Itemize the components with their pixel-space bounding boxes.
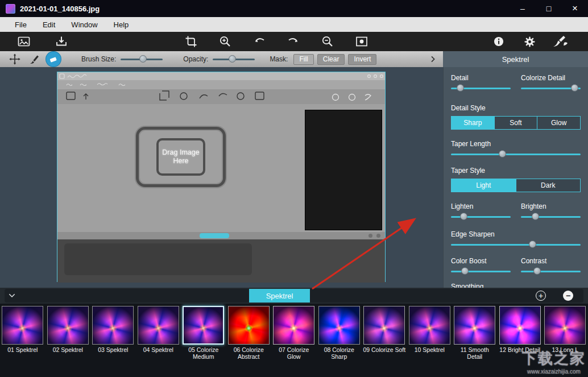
zoom-in-icon — [218, 35, 232, 48]
remove-preset-button[interactable]: − — [563, 291, 573, 301]
info-button[interactable] — [490, 33, 507, 50]
preset-thumbnail-07[interactable]: 07 Colorize Glow — [271, 304, 317, 377]
preset-thumbnail-label: 13 Long L — [543, 346, 588, 353]
menu-window[interactable]: Window — [63, 17, 105, 32]
detail-style-sharp-button[interactable]: Sharp — [452, 117, 495, 129]
slider-knob[interactable] — [229, 55, 236, 63]
detail-style-glow-button[interactable]: Glow — [537, 117, 580, 129]
chevron-right-icon[interactable] — [427, 53, 438, 65]
main-toolbar — [0, 32, 588, 51]
frame-adjust-icon — [355, 35, 368, 48]
preset-thumbnail-03[interactable]: 03 Spektrel — [90, 304, 136, 377]
preset-thumbnail-09[interactable]: 09 Colorize Soft — [362, 304, 407, 377]
preview-body-sketch: Drag Image Here — [57, 104, 385, 232]
preset-thumbnail-image — [47, 306, 89, 345]
preset-thumbnail-04[interactable]: 04 Spektrel — [136, 304, 181, 377]
detail-label: Detail — [451, 74, 511, 82]
brush-size-slider[interactable] — [121, 55, 163, 64]
eraser-tool-button[interactable] — [46, 52, 61, 67]
close-button[interactable]: × — [562, 0, 588, 17]
preset-thumbnail-image — [228, 306, 270, 345]
preview-preset-pill — [200, 233, 229, 238]
frame-adjust-button[interactable] — [353, 33, 370, 50]
preset-thumbnail-label: 12 Bright Detail — [498, 346, 543, 353]
minimize-button[interactable]: – — [510, 0, 536, 17]
menu-help[interactable]: Help — [106, 17, 137, 32]
crop-icon — [184, 35, 198, 48]
save-icon — [55, 35, 68, 48]
current-preset-button[interactable]: Spektrel — [249, 289, 310, 303]
zoom-out-button[interactable] — [319, 33, 336, 50]
preset-thumbnail-image — [2, 306, 43, 345]
preset-thumbnail-label: 02 Spektrel — [45, 346, 91, 353]
edge-sharpen-slider[interactable] — [451, 240, 581, 249]
slider-knob[interactable] — [139, 55, 147, 63]
menu-file[interactable]: File — [7, 17, 35, 32]
preview-menubar-sketch — [57, 80, 385, 89]
preset-thumbnail-06[interactable]: 06 Colorize Abstract — [226, 304, 272, 377]
taper-length-label: Taper Length — [451, 140, 581, 148]
menu-edit[interactable]: Edit — [35, 17, 63, 32]
preset-thumbnail-12[interactable]: 12 Bright Detail — [498, 304, 543, 377]
redo-button[interactable] — [285, 33, 302, 50]
taper-style-light-button[interactable]: Light — [452, 179, 516, 192]
preset-thumbnail-label: 04 Spektrel — [136, 346, 181, 353]
taper-length-slider[interactable] — [451, 150, 581, 159]
lighten-label: Lighten — [451, 202, 511, 211]
contrast-slider[interactable] — [521, 267, 581, 276]
brushes-button[interactable] — [549, 33, 571, 50]
preset-thumbnail-image — [409, 306, 450, 345]
slider-track — [521, 271, 581, 272]
slider-knob[interactable] — [529, 241, 536, 248]
taper-style-dark-button[interactable]: Dark — [516, 179, 581, 192]
open-image-button[interactable] — [15, 33, 32, 50]
slider-knob[interactable] — [533, 267, 541, 275]
maximize-button[interactable]: □ — [536, 0, 562, 17]
chevron-down-icon[interactable] — [6, 289, 18, 302]
slider-knob[interactable] — [460, 213, 467, 220]
slider-knob[interactable] — [571, 84, 578, 92]
taper-style-segment: Light Dark — [451, 179, 581, 192]
preset-thumbnail-01[interactable]: 01 Spektrel — [0, 304, 45, 377]
preset-thumbnail-11[interactable]: 11 Smooth Detail — [452, 304, 498, 377]
slider-knob[interactable] — [461, 267, 469, 275]
brighten-slider[interactable] — [521, 212, 581, 221]
slider-knob[interactable] — [499, 150, 506, 158]
preview-thumbnail-band-sketch — [57, 239, 385, 283]
preset-thumbnail-08[interactable]: 08 Colorize Sharp — [317, 304, 362, 377]
mask-fill-button[interactable]: Fill — [293, 54, 313, 65]
preset-thumbnail-image — [273, 306, 314, 345]
brush-tool-button[interactable] — [27, 52, 42, 67]
color-boost-label: Color Boost — [451, 257, 511, 266]
add-preset-button[interactable]: + — [536, 291, 546, 301]
preset-thumbnail-02[interactable]: 02 Spektrel — [45, 304, 91, 377]
color-boost-slider[interactable] — [451, 267, 511, 276]
mask-invert-button[interactable]: Invert — [348, 54, 376, 65]
detail-slider[interactable] — [451, 84, 511, 93]
preset-thumbnail-13[interactable]: 13 Long L — [543, 304, 588, 377]
slider-track — [451, 154, 581, 155]
preset-thumbnail-10[interactable]: 10 Spektrel — [407, 304, 453, 377]
mask-clear-button[interactable]: Clear — [317, 54, 345, 65]
preset-thumbnail-label: 06 Colorize Abstract — [226, 346, 272, 360]
window-controls: – □ × — [510, 0, 588, 17]
undo-icon — [252, 35, 266, 48]
save-button[interactable] — [53, 33, 70, 50]
tool-options-bar: Brush Size: Opacity: Mask: Fill Clear In… — [0, 51, 443, 67]
crop-button[interactable] — [183, 33, 200, 50]
slider-knob[interactable] — [457, 84, 464, 92]
detail-style-segment: Sharp Soft Glow — [451, 116, 581, 130]
lighten-slider[interactable] — [451, 212, 511, 221]
preview-image[interactable]: Drag Image Here — [57, 72, 386, 282]
preset-thumbnail-image — [544, 306, 586, 345]
settings-button[interactable] — [521, 33, 538, 50]
colorize-detail-slider[interactable] — [521, 84, 581, 93]
zoom-in-button[interactable] — [217, 33, 234, 50]
undo-button[interactable] — [251, 33, 268, 50]
detail-style-soft-button[interactable]: Soft — [495, 117, 538, 129]
preset-thumbnail-05-selected[interactable]: 05 Colorize Medium — [181, 304, 226, 377]
panel-header: Spektrel — [443, 51, 588, 67]
move-tool-button[interactable] — [7, 52, 22, 67]
slider-knob[interactable] — [532, 213, 539, 220]
opacity-slider[interactable] — [213, 55, 255, 64]
